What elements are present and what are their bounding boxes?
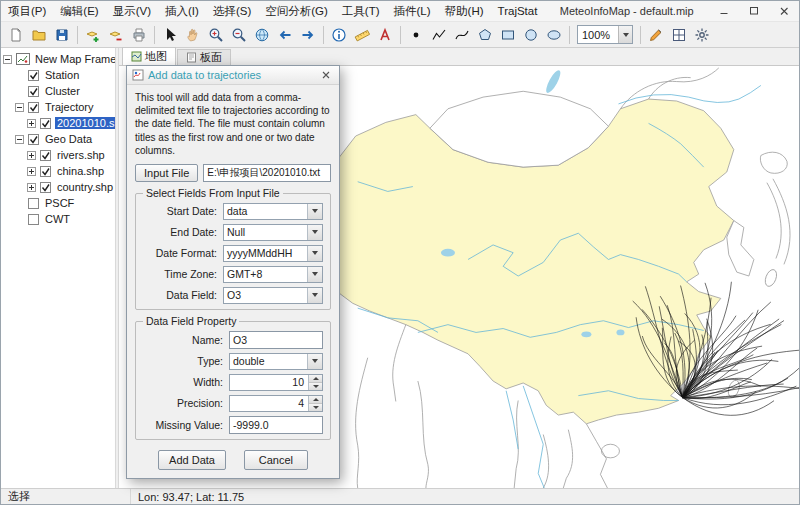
new-file-button[interactable] (5, 24, 27, 46)
print-button[interactable] (128, 24, 150, 46)
type-combo[interactable]: double (229, 353, 323, 370)
close-button[interactable] (769, 1, 799, 21)
collapse-icon[interactable] (15, 103, 24, 112)
tree-item-country[interactable]: country.shp (1, 179, 115, 195)
checkbox-checked[interactable] (40, 118, 51, 129)
layer-label[interactable]: china.shp (55, 165, 106, 177)
tree-item-rivers[interactable]: rivers.shp (1, 147, 115, 163)
save-file-button[interactable] (51, 24, 73, 46)
time-zone-combo[interactable]: GMT+8 (223, 266, 323, 283)
collapse-icon[interactable] (15, 135, 24, 144)
new-circle-button[interactable] (520, 24, 542, 46)
tree-item-geo-data[interactable]: Geo Data (1, 131, 115, 147)
open-file-button[interactable] (28, 24, 50, 46)
checkbox-checked[interactable] (40, 182, 51, 193)
label-button[interactable] (374, 24, 396, 46)
expand-icon[interactable] (27, 167, 36, 176)
remove-layer-button[interactable] (105, 24, 127, 46)
chevron-down-icon[interactable] (307, 288, 322, 303)
menu-spatial-analysis[interactable]: 空间分析(G) (258, 1, 335, 21)
tree-item-cwt[interactable]: CWT (1, 211, 115, 227)
tree-item-trajectory[interactable]: Trajectory (1, 99, 115, 115)
tree-item-cluster[interactable]: Cluster (1, 83, 115, 99)
menu-plugins[interactable]: 插件(L) (387, 1, 438, 21)
new-ellipse-button[interactable] (543, 24, 565, 46)
menu-project[interactable]: 项目(P) (1, 1, 53, 21)
tab-map[interactable]: 地图 (122, 47, 176, 65)
chevron-down-icon[interactable] (307, 246, 322, 261)
tree-root-label[interactable]: New Map Frame (33, 53, 115, 65)
input-file-button[interactable]: Input File (135, 164, 198, 182)
tree-root[interactable]: New Map Frame (1, 51, 115, 67)
tab-layout[interactable]: 板面 (177, 49, 231, 65)
menu-selection[interactable]: 选择(S) (206, 1, 258, 21)
zoom-next-button[interactable] (297, 24, 319, 46)
missing-value-field[interactable]: -9999.0 (229, 416, 323, 434)
zoom-previous-button[interactable] (274, 24, 296, 46)
tree-item-china[interactable]: china.shp (1, 163, 115, 179)
zoom-out-button[interactable] (228, 24, 250, 46)
checkbox-checked[interactable] (40, 150, 51, 161)
zoom-in-button[interactable] (205, 24, 227, 46)
layer-label[interactable]: 20201010.shp (55, 117, 115, 129)
full-extent-button[interactable] (251, 24, 273, 46)
checkbox-checked[interactable] (40, 166, 51, 177)
add-data-button[interactable]: Add Data (158, 450, 226, 470)
layer-label[interactable]: Trajectory (43, 101, 96, 113)
spinner-down-icon[interactable] (309, 382, 322, 390)
date-format-combo[interactable]: yyyyMMddHH (223, 245, 323, 262)
tree-item-trajectory-shapefile[interactable]: 20201010.shp (1, 115, 115, 131)
zoom-level-combo[interactable]: 100% (577, 25, 633, 44)
settings-button[interactable] (691, 24, 713, 46)
checkbox-checked[interactable] (28, 134, 39, 145)
layout-grid-button[interactable] (668, 24, 690, 46)
chevron-down-icon[interactable] (307, 354, 322, 369)
data-field-combo[interactable]: O3 (223, 287, 323, 304)
new-point-button[interactable] (405, 24, 427, 46)
select-arrow-button[interactable] (159, 24, 181, 46)
menu-help[interactable]: 帮助(H) (438, 1, 491, 21)
dialog-close-button[interactable] (318, 67, 334, 83)
identify-button[interactable] (328, 24, 350, 46)
chevron-down-icon[interactable] (307, 267, 322, 282)
maximize-button[interactable] (739, 1, 769, 21)
edit-pencil-button[interactable] (645, 24, 667, 46)
checkbox-checked[interactable] (28, 70, 39, 81)
layer-label[interactable]: Cluster (43, 85, 82, 97)
menu-view[interactable]: 显示(V) (106, 1, 158, 21)
expand-icon[interactable] (27, 151, 36, 160)
expand-icon[interactable] (27, 183, 36, 192)
menu-insert[interactable]: 插入(I) (158, 1, 206, 21)
menu-tools[interactable]: 工具(T) (335, 1, 387, 21)
menu-trajstat[interactable]: TrajStat (491, 1, 545, 21)
layer-label[interactable]: PSCF (43, 197, 76, 209)
new-polygon-button[interactable] (474, 24, 496, 46)
layer-label[interactable]: Geo Data (43, 133, 94, 145)
chevron-down-icon[interactable] (307, 225, 322, 240)
layer-label[interactable]: rivers.shp (55, 149, 107, 161)
layer-label[interactable]: Station (43, 69, 81, 81)
spinner-up-icon[interactable] (309, 396, 322, 403)
checkbox-checked[interactable] (28, 102, 39, 113)
new-rectangle-button[interactable] (497, 24, 519, 46)
spinner-down-icon[interactable] (309, 403, 322, 411)
checkbox-unchecked[interactable] (28, 198, 39, 209)
new-polyline-button[interactable] (428, 24, 450, 46)
tree-item-station[interactable]: Station (1, 67, 115, 83)
pan-button[interactable] (182, 24, 204, 46)
layer-label[interactable]: country.shp (55, 181, 115, 193)
expand-icon[interactable] (27, 119, 36, 128)
measure-button[interactable] (351, 24, 373, 46)
chevron-down-icon[interactable] (618, 26, 632, 43)
collapse-icon[interactable] (3, 55, 12, 64)
minimize-button[interactable] (709, 1, 739, 21)
spinner-up-icon[interactable] (309, 375, 322, 382)
width-spinner[interactable]: 10 (229, 374, 323, 391)
cancel-button[interactable]: Cancel (244, 450, 308, 470)
end-date-combo[interactable]: Null (223, 224, 323, 241)
menu-edit[interactable]: 编辑(E) (53, 1, 105, 21)
dialog-title-bar[interactable]: Add data to trajectories (127, 66, 339, 85)
tree-item-pscf[interactable]: PSCF (1, 195, 115, 211)
input-file-field[interactable]: E:\申报项目\20201010.txt (203, 164, 331, 182)
checkbox-checked[interactable] (28, 86, 39, 97)
